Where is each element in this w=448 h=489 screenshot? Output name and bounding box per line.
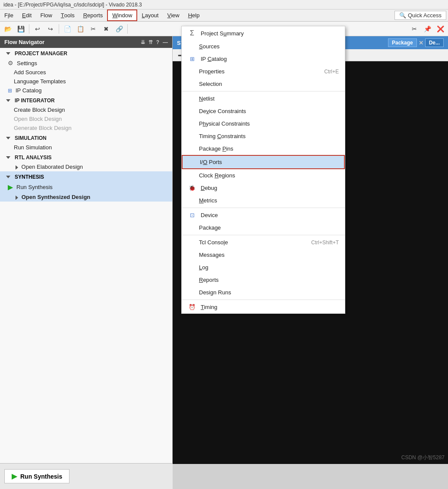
run-synthesis-play-icon: ▶ [12,472,17,480]
title-text: idea - [E:/Project/FPGA/iq/isa_c/isdc/is… [3,2,142,8]
nav-language-templates[interactable]: Language Templates [0,77,172,86]
menu-help[interactable]: Help [184,9,204,21]
menu-item-messages[interactable]: Messages [182,249,345,261]
toolbar-close-btn[interactable]: ✖ [100,23,112,35]
nav-open-synthesized-design[interactable]: Open Synthesized Design [0,192,172,202]
menu-bar: File Edit Flow Tools Reports Window Layo… [0,9,448,22]
menu-label-clock-regions: Clock Regions [199,172,235,179]
toolbar-copy-btn[interactable]: 📄 [61,23,73,35]
menu-item-device[interactable]: ⊡ Device [182,209,345,221]
menu-reports[interactable]: Reports [79,9,107,21]
menu-item-io-ports[interactable]: I/O Ports [182,155,345,169]
menu-item-ip-catalog[interactable]: ⊞ IP Catalog [182,53,345,65]
tcl-console-shortcut: Ctrl+Shift+T [311,240,339,246]
menu-item-log[interactable]: Log [182,261,345,274]
play-icon: ▶ [8,183,13,191]
quick-access-search[interactable]: 🔍 Quick Access [394,11,446,20]
menu-layout[interactable]: Layout [137,9,163,21]
section-simulation-title[interactable]: SIMULATION [0,133,172,143]
menu-item-selection[interactable]: Selection [182,78,345,90]
section-rtl-analysis: RTL ANALYSIS Open Elaborated Design [0,152,172,171]
section-synthesis-title[interactable]: SYNTHESIS [0,171,172,182]
menu-label-project-summary: Project Summary [201,30,244,37]
menu-item-netlist[interactable]: Netlist [182,92,345,105]
menu-label-reports: Reports [199,277,219,283]
menu-item-physical-constraints[interactable]: Physical Constraints [182,117,345,130]
section-ip-integrator-title[interactable]: IP INTEGRATOR [0,95,172,105]
nav-run-synthesis[interactable]: ▶ Run Synthesis [0,182,172,192]
toolbar-undo-btn[interactable]: ↩ [32,23,44,35]
tab-de[interactable]: De... [425,38,444,47]
device-constraints-left: Device Constraints [199,108,246,114]
minimize-icon[interactable]: — [163,39,168,45]
timing-left: ⏰ Timing [188,304,218,310]
nav-run-simulation[interactable]: Run Simulation [0,143,172,152]
nav-create-block-design[interactable]: Create Block Design [0,105,172,114]
physical-constraints-left: Physical Constraints [199,120,250,127]
toolbar-folder-btn[interactable]: 📂 [2,23,14,35]
menu-flow[interactable]: Flow [36,9,56,21]
section-synth-arrow [6,176,10,178]
selection-left: Selection [199,81,222,87]
package-pins-left: Package Pins [199,145,233,152]
nav-settings-label: Settings [17,60,37,66]
toolbar-redo-btn[interactable]: ↪ [44,23,57,35]
menu-item-metrics[interactable]: Metrics [182,194,345,207]
sep-4 [182,300,345,300]
toolbar-right2-btn[interactable]: 📌 [421,23,433,35]
menu-item-package[interactable]: Package [182,221,345,234]
menu-file[interactable]: File [0,9,18,21]
tab-package[interactable]: Package [388,38,417,47]
menu-item-package-pins[interactable]: Package Pins [182,142,345,155]
design-runs-left: Design Runs [199,289,231,296]
toolbar-link-btn[interactable]: 🔗 [113,23,125,35]
menu-item-properties[interactable]: Properties Ctrl+E [182,65,345,78]
menu-view[interactable]: View [163,9,183,21]
menu-item-sources[interactable]: Sources [182,40,345,53]
title-bar: idea - [E:/Project/FPGA/iq/isa_c/isdc/is… [0,0,448,9]
toolbar-cut-btn[interactable]: ✂ [87,23,99,35]
menu-item-timing-constraints[interactable]: Timing Constraints [182,130,345,142]
expand-icon[interactable]: ⇈ [148,39,153,45]
ip-catalog-menu-icon: ⊞ [188,56,196,62]
menu-item-debug[interactable]: 🐞 Debug [182,182,345,194]
sep-1 [182,91,345,91]
menu-tools[interactable]: Tools [57,9,79,21]
menu-label-netlist: Netlist [199,95,215,102]
help-icon[interactable]: ? [156,39,159,45]
menu-edit[interactable]: Edit [18,9,36,21]
toolbar-right1-btn[interactable]: ✂ [408,23,420,35]
menu-item-tcl-console[interactable]: Tcl Console Ctrl+Shift+T [182,236,345,249]
menu-label-log: Log [199,264,208,271]
menu-window[interactable]: Window [107,9,137,21]
menu-item-device-constraints[interactable]: Device Constraints [182,105,345,117]
nav-open-elaborated-design[interactable]: Open Elaborated Design [0,162,172,171]
toolbar-right3-btn[interactable]: ❌ [434,23,446,35]
chip-icon: ⊡ [188,212,196,218]
synth-tabs: Package ✕ De... [388,38,444,47]
section-simulation: SIMULATION Run Simulation [0,133,172,152]
flow-navigator-header: Flow Navigator ⇊ ⇈ ? — [0,36,172,48]
menu-item-design-runs[interactable]: Design Runs [182,286,345,299]
menu-label-metrics: Metrics [199,197,217,204]
project-summary-left: Σ Project Summary [188,29,244,37]
timing-constraints-left: Timing Constraints [199,133,246,139]
menu-item-reports[interactable]: Reports [182,274,345,286]
menu-item-project-summary[interactable]: Σ Project Summary [182,26,345,40]
run-synthesis-btn[interactable]: ▶ Run Synthesis [4,469,69,483]
collapse-icon[interactable]: ⇊ [141,39,145,45]
toolbar-save-btn[interactable]: 💾 [15,23,27,35]
bug-icon: 🐞 [188,185,196,191]
nav-settings[interactable]: ⚙ Settings [0,58,172,68]
menu-item-clock-regions[interactable]: Clock Regions [182,169,345,182]
menu-item-timing[interactable]: ⏰ Timing [182,301,345,313]
elaborated-arrow [16,165,18,170]
section-project-manager-title[interactable]: PROJECT MANAGER [0,48,172,58]
toolbar-paste-btn[interactable]: 📋 [74,23,86,35]
tab-close-btn[interactable]: ✕ [419,40,423,46]
section-synth-label: SYNTHESIS [15,174,44,180]
section-rtl-title[interactable]: RTL ANALYSIS [0,152,172,162]
nav-ip-catalog[interactable]: ⊞ IP Catalog [0,86,172,95]
menu-label-tcl-console: Tcl Console [199,239,228,246]
nav-add-sources[interactable]: Add Sources [0,68,172,77]
